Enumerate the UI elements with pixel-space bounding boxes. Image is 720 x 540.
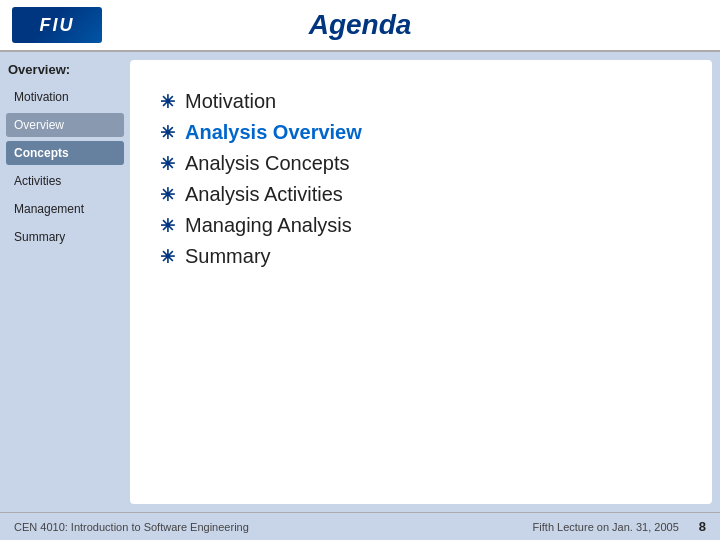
- sidebar-item-activities[interactable]: Activities: [6, 169, 124, 193]
- footer: CEN 4010: Introduction to Software Engin…: [0, 512, 720, 540]
- list-item: ✳ Motivation: [160, 90, 682, 113]
- agenda-item-summary: Summary: [185, 245, 271, 268]
- agenda-list: ✳ Motivation ✳ Analysis Overview ✳ Analy…: [160, 90, 682, 268]
- logo-text: FIU: [40, 15, 75, 36]
- list-item: ✳ Analysis Concepts: [160, 152, 682, 175]
- page-title: Agenda: [309, 9, 412, 41]
- footer-page-number: 8: [699, 519, 706, 534]
- list-item: ✳ Managing Analysis: [160, 214, 682, 237]
- bullet-icon: ✳: [160, 91, 175, 113]
- bullet-icon: ✳: [160, 153, 175, 175]
- footer-right: Fifth Lecture on Jan. 31, 2005 8: [533, 519, 706, 534]
- sidebar: Overview: Motivation Overview Concepts A…: [0, 52, 130, 512]
- sidebar-item-management[interactable]: Management: [6, 197, 124, 221]
- list-item: ✳ Analysis Activities: [160, 183, 682, 206]
- list-item: ✳ Analysis Overview: [160, 121, 682, 144]
- bullet-icon: ✳: [160, 184, 175, 206]
- sidebar-item-motivation[interactable]: Motivation: [6, 85, 124, 109]
- list-item: ✳ Summary: [160, 245, 682, 268]
- content-area: Overview: Motivation Overview Concepts A…: [0, 52, 720, 512]
- header: FIU Agenda: [0, 0, 720, 52]
- main-content: ✳ Motivation ✳ Analysis Overview ✳ Analy…: [130, 60, 712, 504]
- agenda-item-motivation: Motivation: [185, 90, 276, 113]
- agenda-item-overview: Analysis Overview: [185, 121, 362, 144]
- agenda-item-managing: Managing Analysis: [185, 214, 352, 237]
- bullet-icon: ✳: [160, 122, 175, 144]
- agenda-item-activities: Analysis Activities: [185, 183, 343, 206]
- footer-lecture: Fifth Lecture on Jan. 31, 2005: [533, 521, 679, 533]
- page: FIU Agenda Overview: Motivation Overview…: [0, 0, 720, 540]
- bullet-icon: ✳: [160, 246, 175, 268]
- sidebar-item-summary[interactable]: Summary: [6, 225, 124, 249]
- logo: FIU: [12, 7, 102, 43]
- sidebar-item-concepts[interactable]: Concepts: [6, 141, 124, 165]
- bullet-icon: ✳: [160, 215, 175, 237]
- logo-box: FIU: [12, 7, 102, 43]
- sidebar-overview-label: Overview:: [6, 62, 124, 77]
- agenda-item-concepts: Analysis Concepts: [185, 152, 350, 175]
- footer-course: CEN 4010: Introduction to Software Engin…: [14, 521, 249, 533]
- sidebar-item-overview[interactable]: Overview: [6, 113, 124, 137]
